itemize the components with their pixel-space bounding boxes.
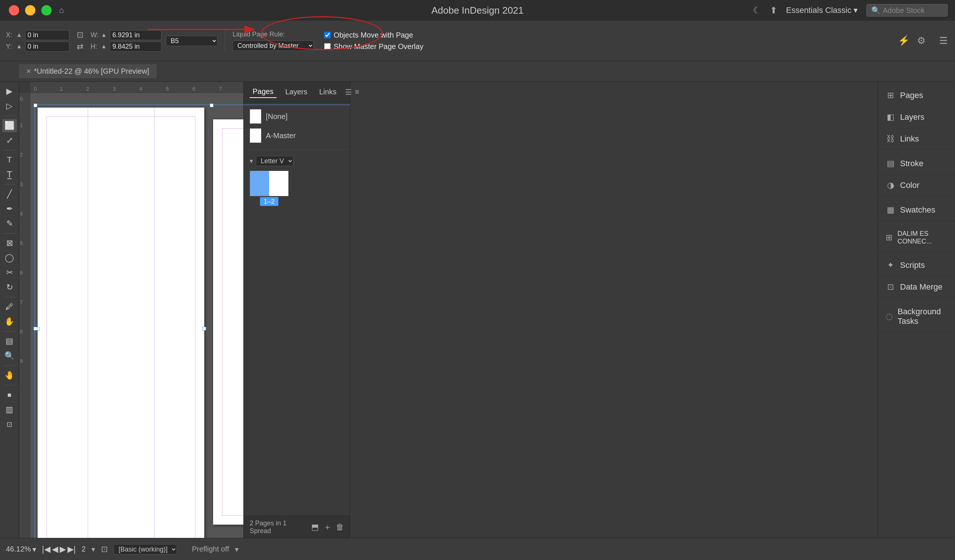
tool-sep-8 xyxy=(3,385,16,385)
minimize-button[interactable] xyxy=(25,5,35,16)
spread-thumb-container[interactable]: 1–2 xyxy=(250,171,289,206)
hand-tool[interactable]: 🤚 xyxy=(2,369,17,382)
notifications-icon[interactable]: ☾ xyxy=(753,5,761,16)
none-master[interactable]: [None] xyxy=(250,107,344,126)
panel-list-icon[interactable]: ☰ xyxy=(345,88,352,97)
right-panel-swatches[interactable]: ▦ Swatches xyxy=(878,199,955,221)
main-toolbar: X: ▲ Y: ▲ ⊡ ⇄ W: ▲ H: ▲ B5 Liquid Page R… xyxy=(0,20,955,61)
direct-selection-tool[interactable]: ▷ xyxy=(2,100,17,113)
workspace-selector[interactable]: Essentials Classic ▾ xyxy=(786,6,858,15)
gradient-tool[interactable]: ▤ xyxy=(2,335,17,348)
panel-header: Pages Layers Links ☰ ≡ xyxy=(244,82,350,103)
ruler-mark-3: 3 xyxy=(113,86,116,92)
x-spinner-up[interactable]: ▲ xyxy=(16,32,22,38)
w-spinner-up[interactable]: ▲ xyxy=(101,32,107,38)
liquid-select[interactable]: Controlled by Master xyxy=(233,41,314,51)
ruler-mark-6: 6 xyxy=(193,86,196,92)
flip-icon[interactable]: ⇄ xyxy=(77,42,83,51)
pen-tool[interactable]: ✒ xyxy=(2,202,17,215)
nav-prev-icon[interactable]: ◀ xyxy=(52,544,58,554)
line-tool[interactable]: ╱ xyxy=(2,187,17,201)
panel-menu-icon[interactable]: ≡ xyxy=(355,88,359,97)
selection-tool[interactable]: ▶ xyxy=(2,85,17,98)
wh-section: W: ▲ H: ▲ xyxy=(91,30,161,51)
tab-pages[interactable]: Pages xyxy=(250,86,277,98)
x-input[interactable] xyxy=(25,30,69,40)
icon-btn-group: ⊡ ⇄ xyxy=(77,30,83,51)
constrain-proportions-icon[interactable]: ⊡ xyxy=(77,30,83,40)
y-input[interactable] xyxy=(25,42,69,51)
right-panel-layers[interactable]: ◧ Layers xyxy=(878,106,955,128)
tab-layers[interactable]: Layers xyxy=(282,86,310,98)
nav-first-icon[interactable]: |◀ xyxy=(42,544,50,554)
right-panel-color[interactable]: ◑ Color xyxy=(878,175,955,197)
right-panel-links[interactable]: ⛓ Links xyxy=(878,128,955,150)
traffic-lights[interactable] xyxy=(9,5,52,16)
nav-next-icon[interactable]: ▶ xyxy=(60,544,66,554)
page-1[interactable] xyxy=(38,108,204,538)
right-panel-scripts[interactable]: ✦ Scripts xyxy=(878,254,955,276)
vruler-5: 5 xyxy=(20,240,23,246)
text-frame-tool[interactable]: ⊡ xyxy=(2,418,17,431)
delete-page-icon[interactable]: 🗑 xyxy=(336,523,344,532)
scissors-tool[interactable]: ✂ xyxy=(2,266,17,279)
home-button[interactable]: ⌂ xyxy=(59,6,64,15)
status-bar: 46.12% ▾ |◀ ◀ ▶ ▶| 2 ▾ ⊡ [Basic (working… xyxy=(0,538,955,560)
page1-right-handle xyxy=(202,327,206,331)
document-tab[interactable]: ✕ *Untitled-22 @ 46% [GPU Preview] xyxy=(19,64,157,79)
objects-move-checkbox[interactable] xyxy=(324,32,331,38)
settings-icon[interactable]: ⚙ xyxy=(917,35,925,47)
zoom-tool[interactable]: 🔍 xyxy=(2,349,17,362)
type-on-path-tool[interactable]: T̲ xyxy=(2,168,17,181)
toolbar-right-icons: ⚡ ⚙ xyxy=(898,35,925,47)
y-spinner-up[interactable]: ▲ xyxy=(16,43,22,50)
new-master-icon[interactable]: ⬒ xyxy=(311,523,319,532)
spread-collapse-icon[interactable]: ▾ xyxy=(250,157,253,165)
tab-links[interactable]: Links xyxy=(316,86,340,98)
type-tool[interactable]: T xyxy=(2,153,17,167)
eyedropper-tool[interactable]: 🖉 xyxy=(2,300,17,314)
share-icon[interactable]: ⬆ xyxy=(770,5,777,16)
page-size-select[interactable]: B5 xyxy=(166,36,218,46)
h-row: H: ▲ xyxy=(91,42,161,51)
spread-dropdown[interactable]: Letter V xyxy=(256,156,293,166)
chevron-down-icon: ▾ xyxy=(853,6,858,15)
right-panel-pages[interactable]: ⊞ Pages xyxy=(878,85,955,106)
pencil-tool[interactable]: ✎ xyxy=(2,217,17,230)
page-position-icon[interactable]: ⊡ xyxy=(101,544,108,554)
h-spinner-up[interactable]: ▲ xyxy=(101,43,107,50)
fullscreen-button[interactable] xyxy=(41,5,52,16)
h-input[interactable] xyxy=(110,42,161,51)
right-panel-stroke[interactable]: ▤ Stroke xyxy=(878,153,955,175)
layers-label: Layers xyxy=(900,112,924,122)
right-panel-background-tasks[interactable]: ◌ Background Tasks xyxy=(878,301,955,332)
lightning-icon[interactable]: ⚡ xyxy=(898,35,910,47)
rectangle-frame-tool[interactable]: ⊠ xyxy=(2,237,17,250)
layers-icon: ◧ xyxy=(885,112,896,122)
right-panel-datamerge[interactable]: ⊡ Data Merge xyxy=(878,276,955,298)
gap-tool[interactable]: ⤢ xyxy=(2,134,17,147)
w-input[interactable] xyxy=(110,30,161,40)
new-page-icon[interactable]: ＋ xyxy=(323,522,332,533)
measure-tool[interactable]: ✋ xyxy=(2,315,17,328)
a-master[interactable]: A-Master xyxy=(250,126,344,145)
tab-close-button[interactable]: ✕ xyxy=(26,68,31,75)
style-select[interactable]: [Basic (working)] xyxy=(114,544,177,554)
page-tool[interactable]: ⬜ xyxy=(2,119,17,132)
adobe-stock-search[interactable]: 🔍 Adobe Stock xyxy=(866,4,948,17)
zoom-dropdown-icon[interactable]: ▾ xyxy=(33,545,36,554)
frame-grid-tool[interactable]: ▥ xyxy=(2,403,17,416)
fill-color[interactable]: ■ xyxy=(2,388,17,402)
ellipse-tool[interactable]: ◯ xyxy=(2,251,17,265)
preflight-dropdown[interactable]: ▾ xyxy=(235,545,239,554)
objects-move-label: Objects Move with Page xyxy=(334,31,413,39)
close-button[interactable] xyxy=(9,5,19,16)
tool-sep-2 xyxy=(3,150,16,150)
free-transform-tool[interactable]: ↻ xyxy=(2,281,17,294)
panel-menu-icon[interactable]: ☰ xyxy=(939,35,948,47)
dalim-label: DALIM ES CONNEC... xyxy=(897,230,948,245)
right-panel-dalim[interactable]: ⊞ DALIM ES CONNEC... xyxy=(878,224,955,252)
nav-last-icon[interactable]: ▶| xyxy=(67,544,76,554)
show-master-checkbox[interactable] xyxy=(324,43,331,50)
page-nav-dropdown[interactable]: ▾ xyxy=(91,545,95,554)
